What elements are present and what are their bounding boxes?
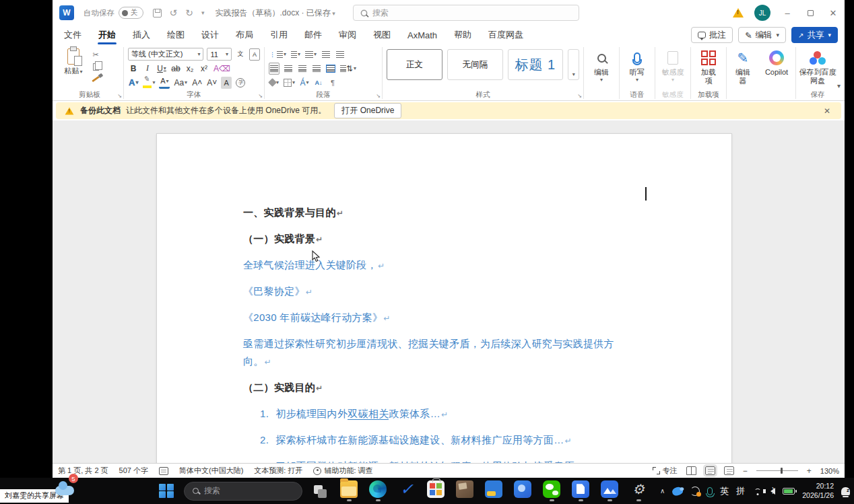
doc-list-item-3[interactable]: 3.了解不同群体对新能源、新材料的认知程度、使用体验与接受意愿…↵ <box>243 458 624 463</box>
font-color-button[interactable]: A <box>159 77 170 89</box>
zoom-in-button[interactable]: + <box>807 466 812 476</box>
close-button[interactable]: ✕ <box>827 8 839 18</box>
avatar[interactable]: JL <box>754 5 770 21</box>
edge-button[interactable] <box>366 480 389 502</box>
sensitivity-button[interactable]: 敏感度 <box>662 68 684 83</box>
page-indicator[interactable]: 第 1 页, 共 2 页 <box>58 466 108 476</box>
clear-formatting-button[interactable]: A⌫ <box>213 63 231 75</box>
character-shading-button[interactable]: A <box>221 77 232 89</box>
undo-icon[interactable]: ↺ <box>170 8 178 17</box>
redo-icon[interactable]: ↻ <box>185 8 193 17</box>
copy-icon[interactable] <box>90 61 102 72</box>
style-heading1[interactable]: 标题 1 <box>508 49 564 80</box>
superscript-button[interactable]: x² <box>199 63 209 75</box>
clock[interactable]: 20:122026/1/26 <box>802 482 834 499</box>
subscript-button[interactable]: x₂ <box>185 63 195 75</box>
tab-home[interactable]: 开始 <box>98 27 117 43</box>
taskbar-search[interactable]: 搜索 <box>184 482 302 501</box>
warning-icon[interactable] <box>733 8 744 17</box>
sort-button[interactable]: A↓ <box>313 77 324 89</box>
tab-review[interactable]: 审阅 <box>338 27 357 43</box>
addins-button[interactable]: 加载项 <box>698 68 719 85</box>
comments-button[interactable]: 批注 <box>691 27 733 43</box>
wifi-icon[interactable] <box>752 487 763 495</box>
character-border-button[interactable]: A <box>249 48 260 61</box>
text-prediction[interactable]: 文本预测: 打开 <box>254 466 302 476</box>
underline-button[interactable]: U <box>156 63 167 75</box>
font-name-select[interactable]: 等线 (中文正文) <box>128 48 203 61</box>
ime-language-indicator[interactable]: 英 <box>720 485 729 497</box>
cloud-app-button[interactable] <box>598 480 621 502</box>
doc-heading-2b[interactable]: （二）实践目的↵ <box>243 379 624 397</box>
doc-heading-2a[interactable]: （一）实践背景↵ <box>243 230 624 248</box>
ime-mode-indicator[interactable]: 拼 <box>736 485 745 497</box>
save-icon[interactable] <box>153 9 162 17</box>
print-layout-icon[interactable] <box>705 466 715 475</box>
align-right-button[interactable] <box>297 63 308 75</box>
language-indicator[interactable]: 简体中文(中国大陆) <box>179 466 243 476</box>
format-painter-icon[interactable] <box>90 73 102 84</box>
strikethrough-button[interactable]: ab <box>170 63 181 75</box>
quick-access-more-icon[interactable]: ▾ <box>201 10 205 16</box>
battery-icon[interactable] <box>783 488 795 495</box>
autosave-toggle[interactable]: 关 <box>119 7 143 19</box>
pinyin-guide-button[interactable]: 文 <box>235 48 246 61</box>
zoom-out-button[interactable]: − <box>743 466 748 476</box>
notification-bell-icon[interactable] <box>841 487 850 495</box>
doc-para-1[interactable]: 全球气候治理进入关键阶段，↵ <box>243 256 624 275</box>
web-layout-icon[interactable] <box>724 466 734 475</box>
increase-indent-button[interactable] <box>335 48 346 61</box>
cut-icon[interactable]: ✂ <box>90 49 102 60</box>
tab-draw[interactable]: 绘图 <box>166 27 185 43</box>
word-app-icon[interactable]: W <box>59 5 74 20</box>
file-explorer-button[interactable] <box>337 480 360 502</box>
autosave-control[interactable]: 自动保存 关 <box>84 7 143 19</box>
justify-button[interactable] <box>311 63 322 75</box>
style-no-spacing[interactable]: 无间隔 <box>447 49 503 80</box>
grow-font-button[interactable]: A˄ <box>191 77 203 89</box>
doc-para-4[interactable]: 亟需通过探索性研究初步厘清现状、挖掘关键矛盾，为后续深入研究与实践提供方向。↵ <box>243 335 624 371</box>
pdf-app-button[interactable] <box>482 480 505 502</box>
shading-button[interactable] <box>269 77 280 89</box>
paste-button[interactable]: 粘贴 <box>60 47 87 84</box>
multilevel-list-button[interactable] <box>304 48 317 61</box>
speaker-icon[interactable] <box>770 488 775 495</box>
zoom-slider-thumb[interactable] <box>781 468 783 474</box>
open-onedrive-button[interactable]: 打开 OneDrive <box>334 103 401 118</box>
tab-design[interactable]: 设计 <box>201 27 220 43</box>
proofing-icon[interactable] <box>159 467 168 475</box>
borders-button[interactable] <box>283 77 296 89</box>
decrease-indent-button[interactable] <box>321 48 331 61</box>
bold-button[interactable]: B <box>128 63 139 75</box>
show-hide-marks-button[interactable]: ¶ <box>327 77 338 89</box>
styles-dialog-launcher[interactable]: ↘ <box>577 93 582 99</box>
document-page[interactable]: 一、实践背景与目的↵ （一）实践背景↵ 全球气候治理进入关键阶段，↵ 《巴黎协定… <box>156 133 732 463</box>
highlight-button[interactable] <box>142 77 156 89</box>
zoom-slider[interactable] <box>756 470 798 471</box>
align-left-button[interactable] <box>269 63 280 75</box>
copilot-button[interactable]: Copilot <box>765 68 788 77</box>
doc-list-item-2[interactable]: 2.探索标杆城市在新能源基础设施建设、新材料推广应用等方面…↵ <box>243 431 624 449</box>
tab-mailings[interactable]: 邮件 <box>304 27 323 43</box>
editing-button[interactable]: 编辑 <box>594 68 609 83</box>
numbering-button[interactable] <box>290 48 301 61</box>
settings-button[interactable]: ⚙ <box>627 480 650 502</box>
text-effects-button[interactable]: A <box>128 77 139 89</box>
focus-button[interactable]: 专注 <box>653 466 678 476</box>
wechat-button[interactable] <box>540 480 563 502</box>
store-button[interactable] <box>424 480 447 502</box>
sharing-app-icon[interactable]: 5 <box>55 475 78 497</box>
tab-insert[interactable]: 插入 <box>132 27 151 43</box>
asian-layout-button[interactable]: Á <box>299 77 310 89</box>
editing-mode-button[interactable]: ✎编辑 <box>738 27 786 43</box>
microphone-tray-icon[interactable] <box>707 487 713 495</box>
minimize-button[interactable]: – <box>781 8 793 18</box>
start-button[interactable] <box>155 480 178 502</box>
todo-app-button[interactable]: ✓ <box>395 480 418 502</box>
share-button[interactable]: ↗共享 <box>791 27 838 43</box>
tab-references[interactable]: 引用 <box>269 27 288 43</box>
box-app-button[interactable] <box>453 480 476 502</box>
bird-app-icon[interactable] <box>671 486 684 497</box>
doc-para-3[interactable]: 《2030 年前碳达峰行动方案》↵ <box>243 309 624 327</box>
media-app-button[interactable] <box>511 480 534 502</box>
